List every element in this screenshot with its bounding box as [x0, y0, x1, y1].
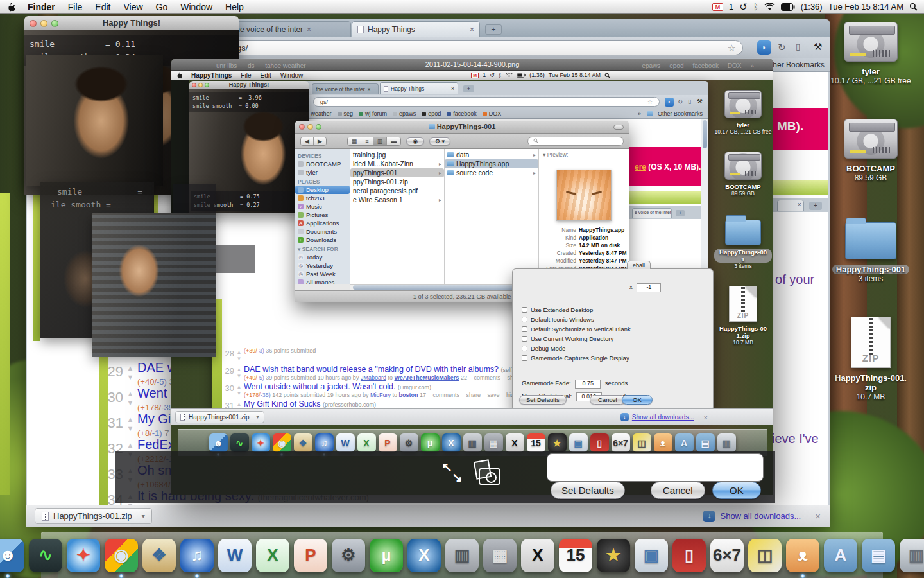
checkbox-row[interactable]: Use Current Working Directory	[522, 335, 631, 342]
dock-icon[interactable]: ⚙	[332, 539, 365, 572]
wrench-menu-icon[interactable]: ⚒	[814, 41, 822, 53]
checkbox-row[interactable]: Default Iconic Windows	[522, 316, 631, 323]
sidebar-item[interactable]: ◷Yesterday	[295, 261, 350, 270]
action-menu-button[interactable]: ⚙ ▾	[429, 137, 450, 145]
list-view-button[interactable]: ≡	[361, 137, 373, 145]
checkbox-row[interactable]: Debug Mode	[522, 345, 631, 352]
x-field-input[interactable]: -1	[637, 283, 661, 292]
dock-icon[interactable]: ▯	[672, 539, 706, 572]
toolbar-toggle-lozenge[interactable]	[613, 125, 624, 130]
dock-icon[interactable]: ✦	[67, 539, 100, 572]
desktop-icon[interactable]: ZIP HappyThings-001.zip 10.7 MB	[714, 286, 772, 346]
upvote-icon[interactable]: ▲	[127, 390, 134, 398]
sidebar-item[interactable]: BOOTCAMP	[295, 160, 350, 168]
file-item[interactable]: training.jpg	[350, 150, 444, 159]
downvote-icon[interactable]: ▼	[127, 425, 134, 432]
screenshot-window-titlebar[interactable]: unr libs ds tahoe weather 2011-02-15-08-…	[171, 59, 773, 71]
outer-ok-button[interactable]: OK	[712, 482, 761, 499]
downvote-icon[interactable]: ▼	[127, 374, 134, 381]
desktop-icon[interactable]: ZIP HappyThings-001.zip 10.7 MB	[829, 317, 912, 401]
dock-icon[interactable]: ∿	[29, 539, 62, 572]
window-titlebar[interactable]: Happy Things!	[24, 16, 239, 30]
vote-arrows[interactable]: ▲▼	[123, 360, 137, 381]
dock-icon[interactable]: ▣	[635, 539, 668, 572]
post-title-link[interactable]: My Gift Kind of Sucks	[244, 399, 320, 408]
upvote-icon[interactable]: ▲	[127, 365, 134, 372]
menu-bar-clock[interactable]: Tue Feb 15 8:14 AM	[828, 2, 903, 12]
column-view-button[interactable]: ▥	[373, 137, 388, 145]
menu-item[interactable]: Help	[219, 2, 250, 12]
file-item[interactable]: ided Mi...Kabat-Zinn▸	[350, 159, 444, 168]
sidebar-item[interactable]: ◷Past Week	[295, 270, 350, 278]
dock-icon[interactable]: ▦	[483, 539, 517, 572]
dock-icon[interactable]: ◫	[748, 539, 782, 572]
dialog-tab[interactable]: eball	[627, 261, 651, 269]
download-item-button[interactable]: HappyThings-001.zip ▾	[35, 508, 152, 524]
dock-icon[interactable]: ★	[597, 539, 630, 572]
file-item[interactable]: HappyThings.app	[445, 159, 538, 168]
wifi-icon[interactable]	[764, 3, 775, 11]
finder-search-field[interactable]	[527, 137, 624, 146]
dock-icon[interactable]: ◉	[105, 539, 138, 572]
download-link[interactable]: ere	[635, 162, 646, 171]
desktop-icon[interactable]: HappyThings-001 3 items	[714, 213, 772, 269]
dock-icon[interactable]: A	[824, 539, 857, 572]
dock-icon[interactable]: X	[256, 539, 289, 572]
minimize-button[interactable]	[307, 124, 313, 130]
vote-arrows[interactable]: ▲▼	[123, 385, 137, 407]
address-bar[interactable]: gs/ ☆	[230, 40, 743, 55]
tab-voice-of-internet[interactable]: the voice of the inter ×	[228, 21, 351, 37]
dock-icon[interactable]: X	[407, 539, 441, 572]
dock-icon[interactable]: µ	[370, 539, 403, 572]
new-tab-button[interactable]: +	[485, 24, 502, 35]
outer-set-defaults-button[interactable]: Set Defaults	[551, 482, 625, 499]
back-button[interactable]: ◀	[301, 137, 314, 145]
checkbox[interactable]	[522, 307, 527, 313]
ok-button[interactable]: OK	[622, 395, 653, 405]
checkbox[interactable]	[522, 317, 527, 322]
dock-icon[interactable]: ▥	[900, 539, 924, 572]
bluetooth-icon[interactable]: ᛒ	[753, 2, 758, 12]
file-item[interactable]: source code▸	[445, 168, 538, 177]
post-title-link[interactable]: Went outside without a jacket. Wasn't co…	[244, 382, 396, 391]
cancel-button[interactable]: Cancel	[590, 395, 626, 405]
checkbox[interactable]	[522, 326, 527, 332]
dock-icon[interactable]: ☻	[0, 539, 24, 572]
upvote-icon[interactable]: ▲	[127, 442, 134, 449]
tab-close-icon[interactable]: ×	[470, 25, 474, 34]
checkbox-row[interactable]: Gamemode Captures Single Display	[522, 355, 631, 362]
battery-icon[interactable]	[781, 3, 795, 11]
close-downloads-bar-icon[interactable]: ×	[815, 511, 821, 521]
set-defaults-button[interactable]: Set Defaults	[519, 395, 567, 405]
sidebar-item[interactable]: Documents	[295, 227, 350, 236]
close-button[interactable]	[30, 20, 37, 27]
checkbox[interactable]	[522, 355, 527, 361]
desktop-icon[interactable]: tyler 10.17 GB, ...21 GB free	[830, 22, 911, 85]
app-menu-finder[interactable]: Finder	[21, 2, 62, 12]
dock-icon[interactable]: 15	[559, 539, 592, 572]
sidebar-item[interactable]: Desktop	[295, 186, 350, 194]
bookmark-star-icon[interactable]: ☆	[728, 42, 736, 54]
finder-titlebar[interactable]: HappyThings-001	[295, 121, 629, 134]
dock-icon[interactable]: ᴥ	[786, 539, 819, 572]
coverflow-view-button[interactable]: ▬	[387, 137, 400, 145]
apple-menu-icon[interactable]	[0, 2, 21, 12]
file-item[interactable]: data▸	[445, 150, 538, 159]
show-all-downloads-link[interactable]: Show all downloads...	[720, 511, 801, 521]
menu-item[interactable]: Edit	[89, 2, 117, 12]
sidebar-item[interactable]: tcb263	[295, 194, 350, 202]
outer-dialog-field[interactable]	[547, 453, 764, 482]
sidebar-item[interactable]: AApplications	[295, 219, 350, 227]
back-forward-buttons[interactable]: ◀▶	[300, 137, 327, 146]
checkbox[interactable]	[522, 346, 527, 351]
dock-icon[interactable]: W	[218, 539, 252, 572]
vote-arrows[interactable]: ▲▼	[123, 411, 137, 432]
menu-item[interactable]: Window	[174, 2, 219, 12]
desktop-icon[interactable]: BOOTCAMP 89.59 GB	[721, 152, 764, 197]
zoom-button[interactable]	[51, 20, 58, 27]
menu-item[interactable]: View	[117, 2, 149, 12]
file-item[interactable]: e Wire Season 1▸	[350, 195, 444, 204]
minimize-button[interactable]	[40, 20, 47, 27]
dock-icon[interactable]: X	[521, 539, 554, 572]
icon-view-button[interactable]: ▦	[348, 137, 362, 145]
